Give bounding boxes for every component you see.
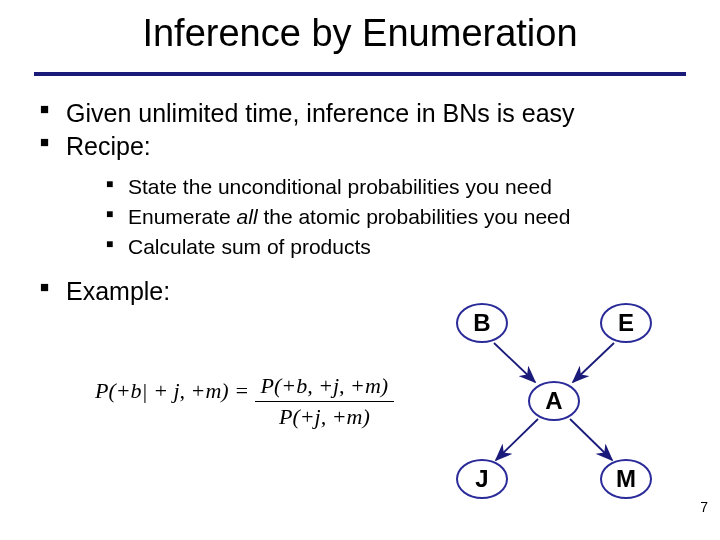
node-e: E — [600, 303, 652, 343]
page-number: 7 — [700, 499, 708, 515]
title-underline — [34, 72, 686, 76]
bullet-2-text: Recipe: — [66, 132, 151, 160]
bullet-1: Given unlimited time, inference in BNs i… — [40, 98, 686, 129]
sub-bullet-1: State the unconditional probabilities yo… — [106, 173, 686, 201]
formula-block: P(+b| + j, +m) = P(+b, +j, +m) P(+j, +m) — [95, 355, 394, 430]
sub-bullet-3: Calculate sum of products — [106, 233, 686, 261]
node-m: M — [600, 459, 652, 499]
slide-title: Inference by Enumeration — [0, 12, 720, 55]
formula-lhs: P(+b| + j, +m) = — [95, 378, 249, 403]
svg-line-0 — [494, 343, 535, 382]
node-b: B — [456, 303, 508, 343]
formula-fraction: P(+b, +j, +m) P(+j, +m) — [255, 373, 395, 430]
svg-line-3 — [570, 419, 612, 460]
sub2-pre: Enumerate — [128, 205, 237, 228]
formula-numerator: P(+b, +j, +m) — [255, 373, 395, 401]
formula-denominator: P(+j, +m) — [255, 401, 395, 430]
slide-body: Given unlimited time, inference in BNs i… — [40, 98, 686, 309]
bullet-2: Recipe: State the unconditional probabil… — [40, 131, 686, 261]
node-j: J — [456, 459, 508, 499]
sub2-post: the atomic probabilities you need — [258, 205, 571, 228]
svg-line-2 — [496, 419, 538, 460]
svg-line-1 — [573, 343, 614, 382]
sub-bullet-2: Enumerate all the atomic probabilities y… — [106, 203, 686, 231]
bullet-list: Given unlimited time, inference in BNs i… — [40, 98, 686, 307]
bayes-net-graph: B E A J M — [450, 295, 660, 505]
slide: Inference by Enumeration Given unlimited… — [0, 0, 720, 540]
node-a: A — [528, 381, 580, 421]
sub2-em: all — [237, 205, 258, 228]
sub-bullet-list: State the unconditional probabilities yo… — [106, 173, 686, 262]
